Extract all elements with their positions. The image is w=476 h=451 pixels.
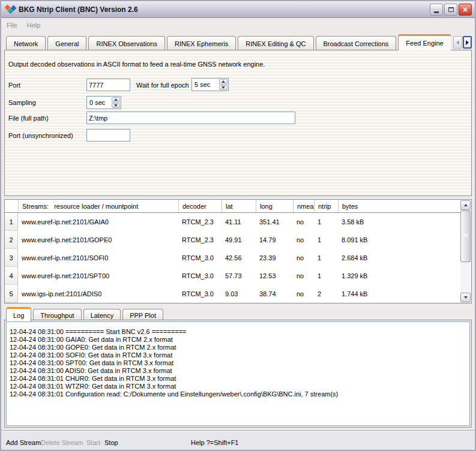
table-scrollbar[interactable] [460,200,471,302]
panel-description: Output decoded observations in ASCII for… [8,61,265,68]
log-line: 12-04-24 08:31:00 GOPE0: Get data in RTC… [10,344,469,351]
add-stream-button[interactable]: Add Stream [6,439,41,446]
bnc-window: BKG Ntrip Client (BNC) Version 2.6 × Fil… [0,0,476,451]
port-input[interactable] [86,79,130,91]
titlebar: BKG Ntrip Client (BNC) Version 2.6 × [1,1,475,18]
streams-table: Streams: resource loader / mountpoint de… [4,199,472,303]
file-path-input[interactable] [86,112,295,124]
log-line: 12-04-24 08:31:01 WTZR0: Get data in RTC… [10,383,469,390]
log-line: 12-04-24 08:31:00 GAIA0: Get data in RTC… [10,336,469,344]
col-mountpoint: Streams: resource loader / mountpoint [18,200,178,212]
col-bytes: bytes [338,200,460,212]
action-bar: Add Stream Delete Stream Start Stop Help… [1,430,475,450]
log-line: 12-04-24 08:31:00 ========== Start BNC v… [10,328,469,336]
maximize-icon [448,7,454,12]
bkg-app-icon [4,4,16,15]
col-nmea: nmea [293,200,314,212]
log-line: 12-04-24 08:31:01 CHUR0: Get data in RTC… [10,375,469,383]
tab-feed-engine[interactable]: Feed Engine [398,34,451,50]
menubar: File Help [1,18,475,32]
tab-latency[interactable]: Latency [83,309,121,321]
tab-rinex-editing-qc[interactable]: RINEX Editing & QC [238,36,313,50]
port-unsync-input[interactable] [86,129,130,142]
minimize-button[interactable] [430,4,443,16]
log-output[interactable]: 12-04-24 08:31:00 ========== Start BNC v… [6,321,470,426]
delete-stream-button[interactable]: Delete Stream [41,439,83,446]
menu-help[interactable]: Help [27,22,41,29]
main-tabbar: Network General RINEX Observations RINEX… [6,32,451,50]
spin-down-button[interactable] [219,85,227,91]
tab-network[interactable]: Network [6,36,46,50]
table-row[interactable]: 5 www.igs-ip.net:2101/ADIS0 RTCM_3.0 9.0… [5,285,460,303]
help-button[interactable]: Help ?=Shift+F1 [191,439,239,446]
log-panel: 12-04-24 08:31:00 ========== Start BNC v… [4,320,472,428]
tab-broadcast-corrections[interactable]: Broadcast Corrections [316,36,397,50]
spin-down-icon [221,86,225,89]
sampling-spinbox[interactable]: 0 sec [86,96,121,109]
chevron-right-icon [466,40,469,45]
spin-up-button[interactable] [219,79,227,85]
tab-rinex-observations[interactable]: RINEX Observations [88,36,164,50]
tab-throughput[interactable]: Throughput [33,309,81,321]
log-line: 12-04-24 08:31:00 SPT00: Get data in RTC… [10,359,469,367]
file-path-label: File (full path) [8,115,49,122]
spin-down-icon [114,104,118,107]
maximize-button[interactable] [444,4,457,16]
scrollbar-thumb[interactable] [460,211,471,262]
arrow-down-icon [464,296,468,299]
wait-epoch-label: Wait for full epoch [136,82,189,89]
col-lat: lat [221,200,256,212]
tab-log[interactable]: Log [6,307,31,321]
spin-down-button[interactable] [112,103,120,109]
sampling-label: Sampling [8,99,36,106]
table-row[interactable]: 1 www.euref-ip.net:2101/GAIA0 RTCM_2.3 4… [5,213,460,231]
log-line: 12-04-24 08:31:00 SOFI0: Get data in RTC… [10,351,469,359]
col-ntrip: ntrip [314,200,338,212]
window-title: BKG Ntrip Client (BNC) Version 2.6 [19,5,430,14]
tab-general[interactable]: General [47,36,86,50]
thumb-grip-icon [463,234,468,237]
feed-engine-panel: Output decoded observations in ASCII for… [4,50,472,196]
bottom-tabbar: Log Throughput Latency PPP Plot [6,305,469,321]
tab-scroll-left-button[interactable] [453,36,462,49]
scroll-up-button[interactable] [460,200,471,210]
streams-table-header: Streams: resource loader / mountpoint de… [5,200,460,213]
scroll-down-button[interactable] [460,293,471,302]
log-line: 12-04-24 08:31:00 ADIS0: Get data in RTC… [10,367,469,375]
table-row[interactable]: 3 www.euref-ip.net:2101/SOFI0 RTCM_3.0 4… [5,249,460,267]
tab-rinex-ephemeris[interactable]: RINEX Ephemeris [167,36,236,50]
spin-up-icon [221,80,225,83]
spin-up-button[interactable] [112,97,120,103]
port-label: Port [8,82,20,89]
col-decoder: decoder [178,200,221,212]
start-button[interactable]: Start [86,439,100,446]
col-long: long [256,200,293,212]
menu-file[interactable]: File [7,22,17,29]
table-row[interactable]: 4 www.euref-ip.net:2101/SPT00 RTCM_3.0 5… [5,267,460,285]
stop-button[interactable]: Stop [104,439,118,446]
arrow-up-icon [464,204,468,206]
close-button[interactable]: × [459,4,472,16]
spin-up-icon [114,98,118,101]
tab-ppp-plot[interactable]: PPP Plot [122,309,163,321]
tab-scroll-right-button[interactable] [463,36,472,49]
minimize-icon [434,11,439,13]
table-row[interactable]: 2 www.euref-ip.net:2101/GOPE0 RTCM_2.3 4… [5,231,460,249]
close-icon: × [463,5,468,14]
log-line: 12-04-24 08:31:01 Configuration read: C:… [10,390,469,398]
tab-scroll-buttons [453,36,472,49]
wait-epoch-spinbox[interactable]: 5 sec [191,78,229,91]
port-unsync-label: Port (unsynchronized) [8,132,73,139]
chevron-left-icon [456,40,459,45]
